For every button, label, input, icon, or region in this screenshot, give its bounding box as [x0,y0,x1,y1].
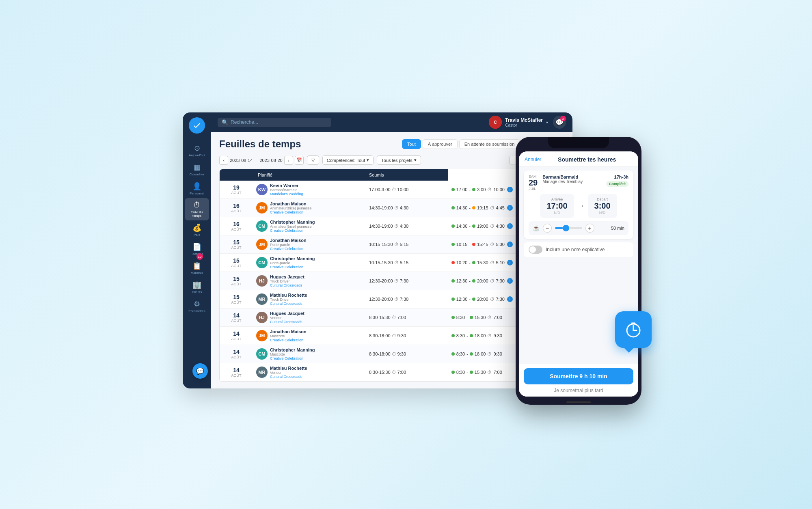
dot-start [451,261,455,264]
info-icon[interactable]: i [507,296,513,302]
clock-icon: ⏱ [392,370,396,375]
person-project[interactable]: Creative Celebration [270,338,307,342]
clock-icon: ⏱ [394,278,399,283]
projets-filter[interactable]: Tous les projets ▾ [377,155,421,165]
submit-button[interactable]: Soumettre 9 h 10 min [524,368,633,384]
calendar-icon[interactable]: 📅 [295,156,304,165]
info-icon[interactable]: i [507,205,513,211]
cell-person: MA Margot Alexandre DJ — [253,382,364,382]
shift-card: SAM 29 JUIL Barman/Barmaid Mariage des T… [524,170,633,239]
date-month: AOÛT [223,191,250,195]
clock-icon: ⏱ [487,352,492,356]
date-month: AOÛT [223,373,250,377]
sidebar-item-clients[interactable]: 🏢 Clients [185,278,209,297]
person-project[interactable]: Creative Celebration [270,210,312,214]
person-project[interactable]: Creative Celebration [270,265,315,269]
user-info[interactable]: C Travis McStaffer Castor ▾ [489,116,548,129]
home-indicator [566,401,591,403]
break-minus-button[interactable]: − [543,224,552,233]
cell-date: 14 AOÛT [220,345,253,363]
tab-approuver[interactable]: À approuver [423,139,458,149]
departure-time[interactable]: 3:00 [594,201,611,211]
info-icon[interactable]: i [507,278,513,284]
info-icon[interactable]: i [507,187,513,192]
clock-icon: ⏱ [490,278,495,283]
cell-scheduled: 14:30-22:45 ⏱ 8:15 [364,382,448,382]
time-inputs: Arrivée 17:00 N/D → Départ 3:00 N/D [529,194,628,218]
person-project[interactable]: Cultural Crossroads [270,283,304,287]
search-input[interactable] [231,119,327,125]
sub-hours: 9:30 [493,333,502,338]
cell-date: 15 AOÛT [220,235,253,254]
info-icon[interactable]: i [507,242,513,247]
clock-icon: ⏱ [394,205,399,210]
avatar: JM [256,202,268,214]
person-project[interactable]: Creative Celebration [270,229,315,233]
dot-end [472,224,475,228]
filter-icon-button[interactable]: ▽ [307,155,319,165]
sidebar-label-params: Paramètres [188,309,205,313]
note-row: Inclure une note explicative [524,242,633,257]
dot-end [470,352,473,356]
date-number: 14 [223,312,250,319]
sidebar-item-personnel[interactable]: 👤 Personnel [185,179,209,198]
clock-icon: ⏱ [490,260,495,265]
sidebar-item-paie[interactable]: 💰 Paie [185,220,209,239]
info-icon[interactable]: i [507,260,513,265]
date-number: 14 [223,367,250,373]
dot-start [451,371,455,374]
person-role: Porte-parole [270,261,315,265]
notification-button[interactable]: 💬 2 [553,116,566,129]
sidebar-item-calendrier[interactable]: ▦ Calendrier [185,160,209,179]
dot-start [451,279,455,283]
note-toggle[interactable] [529,246,542,254]
person-project[interactable]: Mandelor's Wedding [270,192,303,196]
avatar: MR [256,293,268,305]
dot-end [472,261,475,264]
sidebar-icon-mandats: 📋 [192,261,201,270]
clock-icon: ⏱ [394,224,399,229]
sidebar-icon-personnel: 👤 [192,182,201,191]
sidebar-label-personnel: Personnel [190,192,204,195]
competences-filter[interactable]: Compétences: Tout ▾ [322,155,374,165]
arrow-icon: → [577,202,585,210]
avatar: HJ [256,312,268,323]
sidebar-icon-aujourdhui: ⊙ [194,144,200,153]
sub-time-end: 15:45 [477,242,488,247]
person-project[interactable]: Cultural Crossroads [270,302,307,306]
info-icon[interactable]: i [507,223,513,229]
sidebar-item-aujourdhui[interactable]: ⊙ Aujourd'hui [185,141,209,160]
person-project[interactable]: Creative Celebration [270,356,315,360]
tab-soumission[interactable]: En attente de soumission [459,139,520,149]
cell-date: 16 AOÛT [220,217,253,235]
sidebar-logo[interactable] [189,117,205,134]
next-date-button[interactable]: › [284,156,293,165]
person-project[interactable]: Cultural Crossroads [270,375,307,379]
chevron-down-icon: ▾ [414,157,417,163]
cell-scheduled: 8:30-15:30 ⏱ 7:00 [364,363,448,382]
dot-end [470,371,473,374]
sidebar-item-mandats[interactable]: 📋 Mandats 10 [185,259,209,278]
sidebar-item-suivi[interactable]: ⏱ Suivi du temps [185,198,209,220]
sub-time-end: 15:30 [475,315,486,320]
tab-tout[interactable]: Tout [402,139,421,149]
mobile-cancel-button[interactable]: Annuler [525,157,541,162]
later-link[interactable]: Je soumettrai plus tard [524,388,633,393]
sidebar-item-params[interactable]: ⚙ Paramètres [185,297,209,316]
shift-day-num: 29 [529,179,538,187]
prev-date-button[interactable]: ‹ [219,156,228,165]
arrival-time[interactable]: 17:00 [546,201,567,211]
person-project[interactable]: Creative Celebration [270,247,307,251]
person-name: Kevin Warner [270,183,303,188]
clock-icon: ⏱ [394,260,399,265]
break-plus-button[interactable]: + [585,224,594,233]
sub-time-end: 15:30 [475,370,486,375]
cell-date: 15 AOÛT [220,272,253,290]
avatar: HJ [256,275,268,287]
user-company: Castor [505,123,543,127]
person-project[interactable]: Cultural Crossroads [270,320,304,324]
search-box[interactable]: 🔍 [218,118,331,127]
person-role: Vendor [270,316,304,320]
clock-icon: ⏱ [487,187,492,192]
sidebar-icon-clients: 🏢 [192,280,201,289]
